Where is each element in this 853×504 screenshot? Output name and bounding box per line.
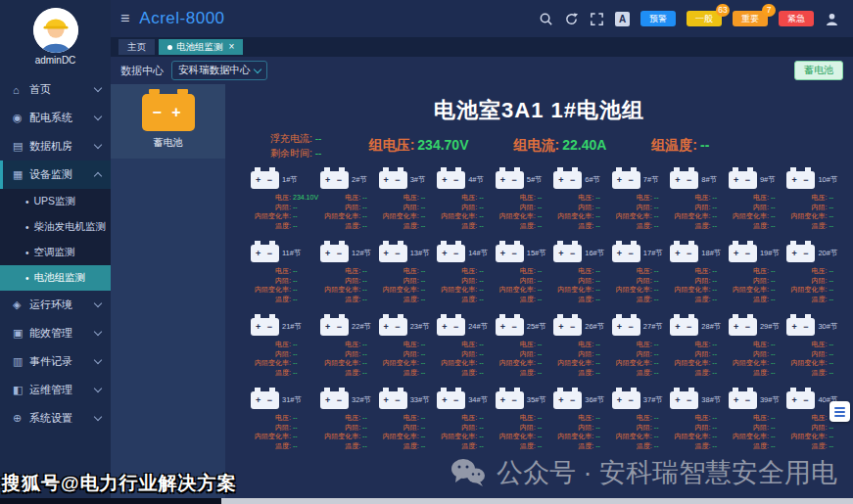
battery-cell[interactable]: + −13#节电压:--内阻:--内阻变化率:--温度:-- — [379, 245, 436, 303]
device-card-battery[interactable]: − + 蓄电池 — [111, 84, 225, 159]
cell-data-line: 温度:-- — [320, 221, 377, 231]
battery-icon: − + — [142, 94, 195, 131]
battery-cell[interactable]: + −33#节电压:--内阻:--内阻变化率:--温度:-- — [379, 391, 436, 450]
battery-cell[interactable]: + −38#节电压:--内阻:--内阻变化率:--温度:-- — [670, 391, 727, 450]
sidebar-item-settings[interactable]: ⊕系统设置 — [0, 404, 111, 433]
sidebar-subitem[interactable]: •电池组监测 — [0, 265, 111, 291]
datacenter-select[interactable]: 安科瑞数据中心 — [171, 61, 267, 80]
alarm-button-important[interactable]: 重要 7 — [733, 11, 768, 26]
battery-cell[interactable]: + −28#节电压:--内阻:--内阻变化率:--温度:-- — [670, 318, 727, 377]
battery-cell[interactable]: + −30#节电压:--内阻:--内阻变化率:--温度:-- — [786, 318, 843, 377]
battery-cell[interactable]: + −37#节电压:--内阻:--内阻变化率:--温度:-- — [612, 391, 669, 450]
battery-cell[interactable]: + −15#节电压:--内阻:--内阻变化率:--温度:-- — [496, 245, 552, 303]
server-room-icon: ▤ — [13, 140, 29, 153]
cell-data-line: 温度:-- — [437, 368, 494, 378]
sidebar-subitem[interactable]: •UPS监测 — [0, 189, 111, 214]
battery-cell[interactable]: + −32#节电压:--内阻:--内阻变化率:--温度:-- — [320, 391, 377, 450]
user-icon[interactable] — [825, 12, 839, 26]
sidebar-item-energy[interactable]: ▣能效管理 — [0, 319, 111, 347]
cell-data-line: 温度:-- — [379, 295, 436, 304]
battery-cell[interactable]: + −4#节电压:--内阻:--内阻变化率:--温度:-- — [437, 171, 494, 230]
sidebar-item-events[interactable]: ▥事件记录 — [0, 347, 111, 376]
sidebar-item-device-monitor[interactable]: ▦设备监测 — [0, 160, 111, 189]
font-size-icon[interactable]: A — [615, 12, 630, 26]
avatar[interactable] — [33, 8, 78, 53]
wechat-icon — [450, 457, 487, 488]
battery-cell[interactable]: + −5#节电压:--内阻:--内阻变化率:--温度:-- — [496, 171, 552, 230]
cell-data-line: 电压:-- — [379, 340, 436, 349]
battery-cell[interactable]: + −22#节电压:--内阻:--内阻变化率:--温度:-- — [320, 318, 377, 377]
battery-cell[interactable]: + −39#节电压:--内阻:--内阻变化率:--温度:-- — [729, 391, 785, 450]
cell-data-line: 内阻:-- — [786, 349, 843, 359]
refresh-icon[interactable] — [564, 12, 579, 26]
battery-cell[interactable]: + −12#节电压:--内阻:--内阻变化率:--温度:-- — [320, 245, 377, 303]
tab-home[interactable]: 主页 — [118, 39, 155, 55]
cell-data-line: 温度:-- — [729, 441, 785, 451]
alarm-button-critical[interactable]: 紧急 — [779, 11, 814, 26]
sidebar-subitem[interactable]: •柴油发电机监测 — [0, 214, 111, 240]
cell-data-line: 内阻变化率:-- — [670, 211, 727, 221]
tab-battery-monitoring[interactable]: 电池组监测 × — [159, 39, 243, 55]
battery-cell[interactable]: + −17#节电压:--内阻:--内阻变化率:--温度:-- — [612, 245, 669, 303]
battery-cell[interactable]: + −8#节电压:--内阻:--内阻变化率:--温度:-- — [670, 171, 727, 230]
sidebar-subitem-label: 柴油发电机监测 — [34, 220, 107, 234]
sidebar-item-home[interactable]: ⌂首页 — [0, 75, 111, 104]
battery-cell[interactable]: + −11#节电压:--内阻:--内阻变化率:--温度:-- — [251, 245, 318, 303]
battery-cell[interactable]: + −35#节电压:--内阻:--内阻变化率:--温度:-- — [496, 391, 552, 450]
sidebar-subitem[interactable]: •空调监测 — [0, 240, 111, 265]
cell-data-line: 电压:234.10V — [251, 193, 318, 203]
fullscreen-icon[interactable] — [590, 12, 604, 26]
battery-type-button[interactable]: 蓄电池 — [794, 61, 843, 80]
cell-data-line: 电压:-- — [553, 193, 610, 203]
cell-data-line: 内阻:-- — [612, 349, 669, 359]
battery-cell[interactable]: + −10#节电压:--内阻:--内阻变化率:--温度:-- — [786, 171, 843, 230]
cell-data-line: 内阻变化率:-- — [251, 211, 318, 221]
sidebar-item-server-room[interactable]: ▤数据机房 — [0, 132, 111, 160]
cell-data-line: 电压:-- — [320, 266, 377, 276]
search-icon[interactable] — [539, 12, 553, 26]
battery-cell[interactable]: + −19#节电压:--内阻:--内阻变化率:--温度:-- — [729, 245, 785, 303]
tab-close-icon[interactable]: × — [229, 39, 235, 55]
battery-cell[interactable]: + −18#节电压:--内阻:--内阻变化率:--温度:-- — [670, 245, 727, 303]
grid-menu-button[interactable] — [829, 401, 850, 422]
battery-cell-label: 9#节 — [760, 175, 776, 185]
cell-data-line: 内阻变化率:-- — [251, 432, 318, 441]
battery-cell[interactable]: + −36#节电压:--内阻:--内阻变化率:--温度:-- — [553, 391, 610, 450]
battery-icon: + − — [496, 171, 524, 189]
cell-data-line: 内阻:-- — [320, 423, 377, 433]
battery-cell[interactable]: + −26#节电压:--内阻:--内阻变化率:--温度:-- — [553, 318, 610, 377]
battery-cell[interactable]: + −16#节电压:--内阻:--内阻变化率:--温度:-- — [553, 245, 610, 303]
cell-data-line: 温度:-- — [437, 221, 494, 231]
battery-cell[interactable]: + −9#节电压:--内阻:--内阻变化率:--温度:-- — [729, 171, 785, 230]
battery-cell-label: 22#节 — [352, 322, 371, 332]
battery-cell[interactable]: + −29#节电压:--内阻:--内阻变化率:--温度:-- — [729, 318, 785, 377]
cell-data-line: 电压:-- — [320, 193, 377, 203]
cell-data-line: 内阻:-- — [786, 423, 843, 433]
sidebar-item-distribution[interactable]: ◉配电系统 — [0, 104, 111, 132]
battery-cell[interactable]: + −31#节电压:--内阻:--内阻变化率:--温度:-- — [251, 391, 318, 450]
battery-cell[interactable]: + −34#节电压:--内阻:--内阻变化率:--温度:-- — [437, 391, 494, 450]
hamburger-menu-icon[interactable]: ≡ — [120, 10, 129, 27]
battery-cell[interactable]: + −21#节电压:--内阻:--内阻变化率:--温度:-- — [251, 318, 318, 377]
cell-data-line: 电压:-- — [496, 193, 552, 203]
cell-data-line: 内阻:-- — [437, 423, 494, 433]
alarm-button-general[interactable]: 一般 63 — [687, 11, 722, 26]
battery-cell[interactable]: + −24#节电压:--内阻:--内阻变化率:--温度:-- — [437, 318, 494, 377]
cell-data-line: 电压:-- — [379, 266, 436, 276]
battery-cell[interactable]: + −7#节电压:--内阻:--内阻变化率:--温度:-- — [612, 171, 669, 230]
battery-cell[interactable]: + −27#节电压:--内阻:--内阻变化率:--温度:-- — [612, 318, 669, 377]
alarm-button-warning[interactable]: 预警 — [640, 11, 676, 26]
battery-cell[interactable]: + −20#节电压:--内阻:--内阻变化率:--温度:-- — [786, 245, 843, 303]
battery-cell[interactable]: + −2#节电压:--内阻:--内阻变化率:--温度:-- — [320, 171, 377, 230]
battery-cell[interactable]: + −3#节电压:--内阻:--内阻变化率:--温度:-- — [379, 171, 436, 230]
remaining-time-row: 剩余时间:-- — [270, 146, 321, 160]
cell-data-line: 温度:-- — [496, 441, 552, 451]
battery-cell[interactable]: + −23#节电压:--内阻:--内阻变化率:--温度:-- — [379, 318, 436, 377]
battery-cell[interactable]: + −6#节电压:--内阻:--内阻变化率:--温度:-- — [553, 171, 610, 230]
battery-cell[interactable]: + −1#节电压:234.10V内阻:--内阻变化率:--温度:-- — [251, 171, 318, 230]
cell-data-line: 内阻变化率:-- — [437, 358, 494, 368]
sidebar-item-ops[interactable]: ◧运维管理 — [0, 376, 111, 404]
battery-cell[interactable]: + −25#节电压:--内阻:--内阻变化率:--温度:-- — [496, 318, 552, 377]
battery-cell[interactable]: + −14#节电压:--内阻:--内阻变化率:--温度:-- — [437, 245, 494, 303]
sidebar-item-environment[interactable]: ◈运行环境 — [0, 291, 111, 319]
